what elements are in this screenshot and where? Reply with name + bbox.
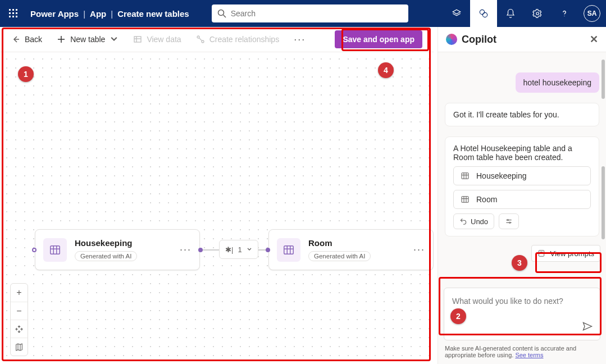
canvas-zoom-controls: + − [10, 283, 28, 356]
svg-rect-7 [12, 16, 14, 17]
svg-rect-27 [284, 245, 294, 254]
create-rel-label: Create relationships [209, 35, 280, 44]
table-card-room[interactable]: Room Generated with AI ··· [268, 229, 434, 270]
svg-rect-8 [16, 16, 17, 17]
svg-point-14 [564, 16, 564, 16]
see-terms-link[interactable]: See terms [515, 352, 543, 358]
connection-port[interactable] [266, 248, 270, 252]
workspace: Back New table View data Create relation… [0, 27, 434, 364]
copilot-header: Copilot ✕ [438, 27, 606, 52]
view-data-label: View data [147, 35, 181, 44]
back-label: Back [25, 35, 42, 44]
svg-point-12 [482, 12, 487, 17]
svg-rect-31 [462, 173, 468, 179]
disclaimer-text: Make sure AI-generated content is accura… [445, 345, 576, 358]
svg-point-42 [509, 222, 511, 223]
zoom-out-button[interactable]: − [11, 302, 28, 320]
send-button[interactable] [582, 321, 593, 334]
relationship-label: 1 [238, 245, 242, 254]
svg-rect-2 [16, 9, 17, 11]
relationship-type-icon: ✱| [225, 245, 233, 254]
undo-label: Undo [471, 217, 488, 226]
user-avatar[interactable]: SA [584, 5, 600, 22]
copilot-table-link[interactable]: Housekeeping [453, 166, 591, 185]
table-card-menu-button[interactable]: ··· [180, 244, 192, 256]
prompts-icon [537, 249, 545, 257]
view-prompts-label: View prompts [550, 249, 594, 258]
new-table-label: New table [70, 35, 105, 44]
copilot-table-link-label: Housekeeping [476, 171, 527, 180]
relationship-chip[interactable]: ✱| 1 [219, 240, 258, 259]
new-table-button[interactable]: New table [57, 35, 119, 44]
view-data-button[interactable]: View data [133, 35, 181, 44]
table-icon [43, 238, 67, 262]
copilot-disclaimer: Make sure AI-generated content is accura… [438, 340, 606, 364]
overflow-menu-button[interactable]: ··· [294, 34, 306, 46]
annotation-callout: 4 [378, 62, 394, 78]
svg-rect-3 [9, 12, 11, 14]
breadcrumb-app-name[interactable]: Power Apps [30, 9, 79, 19]
top-nav: Power Apps | App | Create new tables SA [0, 0, 606, 27]
copilot-input[interactable] [452, 297, 592, 306]
breadcrumb: Power Apps | App | Create new tables [27, 9, 189, 19]
svg-rect-23 [51, 245, 60, 254]
breadcrumb-item[interactable]: App [90, 9, 106, 19]
undo-button[interactable]: Undo [453, 213, 494, 229]
svg-rect-6 [9, 16, 11, 17]
svg-point-21 [197, 36, 199, 38]
command-bar: Back New table View data Create relation… [0, 27, 434, 52]
notifications-icon[interactable] [497, 0, 524, 27]
table-card-menu-button[interactable]: ··· [413, 244, 425, 256]
back-button[interactable]: Back [11, 35, 42, 44]
annotation-callout: 1 [18, 66, 34, 82]
svg-rect-4 [12, 12, 14, 14]
help-icon[interactable] [551, 0, 578, 27]
breadcrumb-separator: | [83, 9, 85, 19]
settings-icon[interactable] [524, 0, 551, 27]
svg-point-22 [202, 40, 204, 43]
save-and-open-app-button[interactable]: Save and open app [335, 30, 422, 48]
minimap-button[interactable] [11, 338, 28, 356]
copilot-message-card: A Hotel Housekeeping table and a Room ta… [445, 136, 599, 236]
view-prompts-button[interactable]: View prompts [531, 245, 600, 262]
close-button[interactable]: ✕ [590, 33, 598, 46]
svg-rect-18 [134, 37, 141, 42]
copilot-table-link[interactable]: Room [453, 190, 591, 209]
breadcrumb-item[interactable]: Create new tables [117, 9, 189, 19]
search-icon [217, 9, 226, 18]
svg-line-10 [223, 15, 226, 18]
svg-point-40 [507, 220, 508, 221]
copilot-message-text: A Hotel Housekeeping table and a Room ta… [453, 144, 591, 162]
copilot-input-box[interactable] [444, 288, 600, 340]
environment-icon[interactable] [443, 0, 470, 27]
chevron-down-icon [110, 35, 119, 44]
view-prompts-wrapper: View prompts [531, 245, 600, 262]
svg-rect-5 [16, 12, 17, 14]
search-box[interactable] [212, 4, 408, 22]
fit-to-screen-button[interactable] [11, 320, 28, 338]
search-input[interactable] [231, 9, 403, 18]
table-card-housekeeping[interactable]: Housekeeping Generated with AI ··· [35, 229, 200, 270]
create-relationships-button[interactable]: Create relationships [196, 35, 280, 44]
copilot-scrollbar[interactable] [600, 54, 605, 254]
copilot-toggle-icon[interactable] [470, 0, 497, 27]
copilot-message: Got it. I'll create tables for you. [445, 103, 599, 126]
breadcrumb-separator: | [111, 9, 113, 19]
svg-point-9 [218, 10, 224, 16]
connection-port[interactable] [198, 248, 203, 252]
svg-point-13 [536, 12, 539, 15]
zoom-in-button[interactable]: + [11, 284, 28, 302]
scrollbar-thumb[interactable] [602, 60, 605, 99]
app-launcher-icon[interactable] [0, 0, 27, 27]
table-card-title: Housekeeping [75, 238, 172, 248]
connection-port[interactable] [32, 248, 37, 252]
adjust-button[interactable] [499, 213, 519, 229]
scrollbar-thumb[interactable] [602, 166, 605, 239]
annotation-callout: 3 [512, 255, 527, 271]
erd-canvas[interactable]: Housekeeping Generated with AI ··· ✱| 1 … [0, 52, 434, 364]
copilot-logo-icon [446, 34, 457, 45]
ai-generated-chip: Generated with AI [75, 251, 137, 261]
copilot-table-link-label: Room [476, 195, 497, 204]
user-message: hotel housekeeping [516, 72, 599, 93]
table-icon [277, 238, 300, 262]
